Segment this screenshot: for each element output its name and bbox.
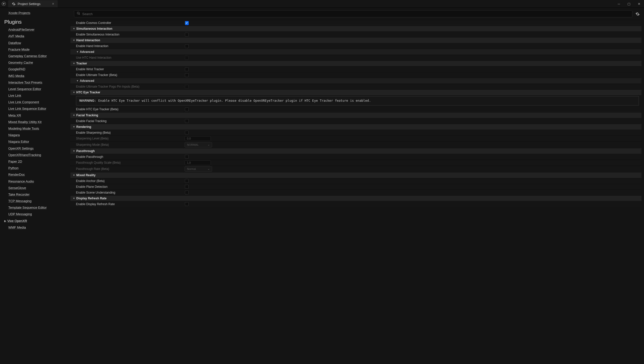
prop-label: Enable Display Refresh Rate	[70, 202, 115, 206]
tab-title: Project Settings	[18, 2, 41, 6]
sidebar-item[interactable]: AndroidFileServer	[8, 26, 70, 33]
checkbox-use-htc-hand	[185, 56, 189, 60]
collapse-arrow-icon[interactable]: ▼	[72, 91, 75, 94]
prop-label: Enable Cosmos Controller	[70, 21, 111, 25]
checkbox-enable-simultaneous[interactable]	[185, 33, 189, 37]
category-sidebar[interactable]: Xcode Projects Plugins AndroidFileServer…	[0, 8, 70, 364]
sidebar-item[interactable]: Niagara	[8, 132, 70, 138]
sidebar-item[interactable]: Live Link Component	[8, 99, 70, 105]
sidebar-item[interactable]: Mixed Reality Utility Kit	[8, 119, 70, 125]
category-label: Facial Tracking	[76, 114, 98, 117]
sidebar-section-plugins: Plugins	[4, 19, 70, 25]
sidebar-item-label: Vive OpenXR	[7, 219, 27, 223]
sidebar-item[interactable]: TCP Messaging	[8, 198, 70, 204]
collapse-arrow-icon[interactable]: ▼	[72, 114, 75, 117]
settings-rows[interactable]: Enable Cosmos Controller ▼ Simultaneous …	[70, 20, 644, 364]
checkbox-enable-hand[interactable]	[185, 44, 189, 48]
sidebar-item[interactable]: AVF Media	[8, 33, 70, 40]
category-label: Mixed Reality	[76, 173, 96, 177]
collapse-arrow-icon[interactable]: ▼	[76, 51, 79, 53]
warning-message: WARNING: Enable HTC Eye Tracker will con…	[76, 96, 639, 105]
checkbox-enable-display-refresh[interactable]	[185, 202, 189, 206]
sidebar-item[interactable]: OpenXRHandTracking	[8, 152, 70, 158]
minimize-button[interactable]: ─	[614, 0, 624, 8]
sidebar-item[interactable]: RenderDoc	[8, 171, 70, 178]
category-label: Rendering	[76, 125, 91, 129]
sidebar-item[interactable]: Meta XR	[8, 112, 70, 119]
collapse-arrow-icon[interactable]: ▼	[72, 150, 75, 152]
collapse-arrow-icon[interactable]: ▼	[72, 197, 75, 200]
collapse-arrow-icon[interactable]: ▼	[72, 27, 75, 30]
category-label: Passthrough	[76, 149, 95, 153]
checkbox-enable-passthrough[interactable]	[185, 155, 189, 159]
category-label: Hand Interaction	[76, 39, 100, 42]
sidebar-item-selected[interactable]: ▶Vive OpenXR	[4, 218, 70, 224]
sidebar-item[interactable]: Interactive Tool Presets	[8, 79, 70, 86]
prop-label: Enable Wrist Tracker	[70, 67, 104, 71]
prop-label: Enable Scene Understanding	[70, 191, 115, 194]
dropdown-sharpening-mode: NORMAL⌄	[185, 142, 212, 148]
prop-label: Use HTC Hand Interaction	[70, 56, 111, 59]
sidebar-item[interactable]: Take Recorder	[8, 191, 70, 198]
prop-label: Enable Anchor (Beta)	[70, 179, 105, 183]
search-field[interactable]	[82, 12, 630, 16]
checkbox-enable-facial[interactable]	[185, 119, 189, 123]
maximize-button[interactable]: ▢	[624, 0, 634, 8]
prop-label: Enable Plane Detection	[70, 185, 107, 189]
sidebar-item[interactable]: Level Sequence Editor	[8, 86, 70, 92]
sidebar-item[interactable]: Live Link	[8, 92, 70, 99]
sidebar-item[interactable]: Fracture Mode	[8, 46, 70, 53]
collapse-arrow-icon[interactable]: ▼	[72, 126, 75, 128]
triangle-right-icon: ▶	[4, 219, 6, 223]
checkbox-enable-plane[interactable]	[185, 185, 189, 189]
prop-label: Enable Ultimate Tracker (Beta)	[70, 73, 117, 77]
close-button[interactable]: ✕	[634, 0, 644, 8]
category-label: HTC Eye Tracker	[76, 91, 100, 94]
search-input[interactable]	[74, 10, 632, 17]
sidebar-item[interactable]: Modeling Mode Tools	[8, 125, 70, 132]
checkbox-enable-wrist[interactable]	[185, 67, 189, 71]
sidebar-item[interactable]: Dataflow	[8, 40, 70, 46]
subcategory-label: Advanced	[80, 79, 94, 83]
prop-label: Enable Sharpening (Beta)	[70, 131, 111, 134]
sidebar-item[interactable]: Niagara Editor	[8, 138, 70, 145]
sidebar-item[interactable]: SenseGlove	[8, 185, 70, 191]
sidebar-item[interactable]: UDP Messaging	[8, 211, 70, 217]
sidebar-item[interactable]: Geometry Cache	[8, 59, 70, 66]
checkbox-enable-cosmos[interactable]	[185, 21, 189, 25]
prop-label: Sharpening Level (Beta)	[70, 137, 108, 140]
ue-logo-icon	[0, 0, 8, 8]
sidebar-item[interactable]: Resonance Audio	[8, 178, 70, 185]
chevron-down-icon: ⌄	[208, 143, 210, 146]
sidebar-item-xcode[interactable]: Xcode Projects	[8, 10, 70, 16]
checkbox-enable-anchor[interactable]	[185, 179, 189, 183]
checkbox-enable-scene[interactable]	[185, 191, 189, 194]
input-passthrough-quality: 1,0	[185, 160, 211, 165]
collapse-arrow-icon[interactable]: ▼	[76, 80, 79, 82]
gear-icon	[12, 2, 16, 6]
sidebar-item[interactable]: Live Link Sequence Editor	[8, 105, 70, 112]
sidebar-item[interactable]: IMG Media	[8, 73, 70, 79]
sidebar-item[interactable]: Template Sequence Editor	[8, 204, 70, 211]
collapse-arrow-icon[interactable]: ▼	[72, 174, 75, 176]
sidebar-item[interactable]: Gameplay Cameras Editor	[8, 53, 70, 59]
sidebar-item[interactable]: GooglePAD	[8, 66, 70, 72]
checkbox-enable-eye[interactable]	[185, 107, 189, 111]
tab-project-settings[interactable]: Project Settings ×	[8, 0, 58, 7]
window-controls: ─ ▢ ✕	[614, 0, 644, 8]
checkbox-enable-ultimate[interactable]	[185, 73, 189, 77]
settings-gear-button[interactable]	[634, 11, 640, 17]
title-bar: Project Settings × ─ ▢ ✕	[0, 0, 644, 8]
prop-label: Passthrough Quality Scale (Beta)	[70, 161, 120, 164]
prop-label: Sharpening Mode (Beta)	[70, 143, 109, 147]
collapse-arrow-icon[interactable]: ▼	[72, 39, 75, 42]
collapse-arrow-icon[interactable]: ▼	[72, 62, 75, 65]
sidebar-item[interactable]: Paper 2D	[8, 158, 70, 165]
sidebar-item[interactable]: WMF Media	[8, 224, 70, 231]
sidebar-item[interactable]: OpenXR Settings	[8, 145, 70, 152]
sidebar-item[interactable]: Python	[8, 165, 70, 171]
checkbox-enable-sharpening[interactable]	[185, 131, 189, 134]
prop-label: Enable HTC Eye Tracker (Beta)	[70, 107, 118, 111]
tab-close-icon[interactable]: ×	[52, 2, 54, 6]
search-icon	[77, 12, 82, 16]
